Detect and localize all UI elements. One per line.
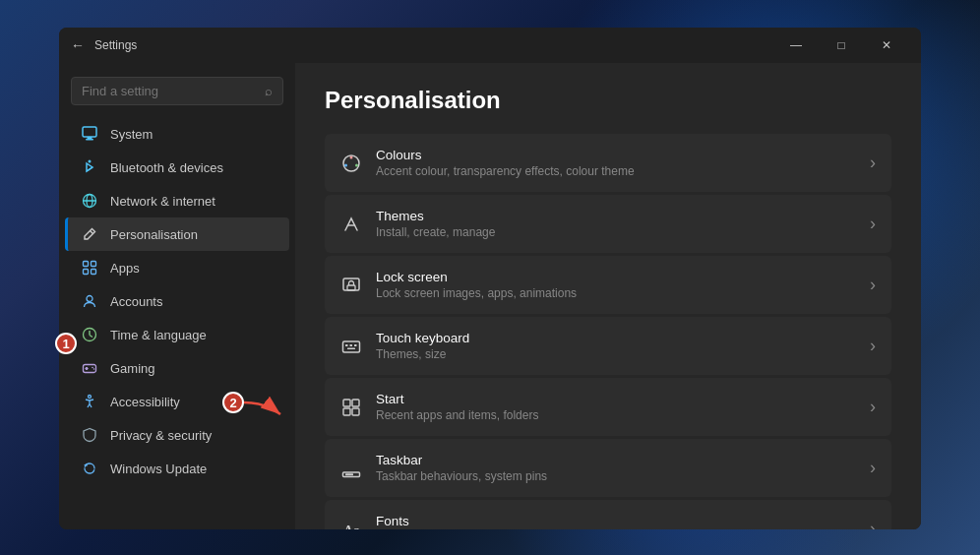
sidebar-item-label-time: Time & language <box>110 328 207 342</box>
svg-rect-31 <box>343 341 360 352</box>
annotation-badge-2: 2 <box>222 392 244 413</box>
windows-update-nav-icon <box>81 460 98 477</box>
bluetooth-nav-icon <box>81 158 98 176</box>
window-controls: — □ ✕ <box>773 28 909 63</box>
sidebar-item-label-network: Network & internet <box>110 194 215 209</box>
sidebar-item-label-bluetooth: Bluetooth & devices <box>110 160 223 175</box>
touch-keyboard-text: Touch keyboardThemes, size <box>376 331 856 361</box>
sidebar-item-accounts[interactable]: Accounts <box>65 284 289 318</box>
settings-item-start[interactable]: StartRecent apps and items, folders› <box>325 378 891 436</box>
fonts-chevron-icon: › <box>870 519 876 529</box>
svg-point-13 <box>87 296 92 302</box>
colours-chevron-icon: › <box>870 153 876 173</box>
svg-rect-36 <box>343 400 350 406</box>
svg-rect-32 <box>345 344 348 346</box>
personalisation-nav-icon <box>81 225 98 243</box>
settings-item-colours[interactable]: ColoursAccent colour, transparency effec… <box>325 134 891 192</box>
svg-line-16 <box>90 336 92 338</box>
svg-rect-29 <box>343 278 359 290</box>
start-title: Start <box>376 392 856 406</box>
sidebar-item-bluetooth[interactable]: Bluetooth & devices <box>65 151 289 184</box>
sidebar-item-gaming[interactable]: Gaming <box>65 351 289 385</box>
taskbar-text: TaskbarTaskbar behaviours, system pins <box>376 453 856 483</box>
sidebar-item-accessibility[interactable]: Accessibility <box>65 385 289 418</box>
svg-rect-12 <box>92 270 96 275</box>
nav-container: SystemBluetooth & devicesNetwork & inter… <box>59 117 295 485</box>
window-title: Settings <box>94 38 773 52</box>
lock-screen-title: Lock screen <box>376 270 856 284</box>
touch-keyboard-subtitle: Themes, size <box>376 347 856 361</box>
svg-rect-34 <box>354 344 357 346</box>
svg-rect-3 <box>88 137 92 139</box>
start-subtitle: Recent apps and items, folders <box>376 408 856 422</box>
settings-item-taskbar[interactable]: TaskbarTaskbar behaviours, system pins› <box>325 439 891 497</box>
svg-point-23 <box>89 396 92 399</box>
back-button[interactable]: ← <box>71 37 85 53</box>
network-nav-icon <box>81 192 98 210</box>
titlebar: ← Settings — □ ✕ <box>59 28 921 63</box>
settings-item-themes[interactable]: ThemesInstall, create, manage› <box>325 195 891 253</box>
svg-rect-41 <box>345 473 353 475</box>
sidebar-item-label-system: System <box>110 127 153 142</box>
annotation-badge-1: 1 <box>55 333 77 354</box>
sidebar-item-apps[interactable]: Apps <box>65 251 289 284</box>
sidebar-item-label-accessibility: Accessibility <box>110 395 180 409</box>
taskbar-title: Taskbar <box>376 453 856 467</box>
sidebar-item-network[interactable]: Network & internet <box>65 184 289 217</box>
sidebar-item-windows-update[interactable]: Windows Update <box>65 452 289 485</box>
svg-point-22 <box>93 368 95 370</box>
sidebar-item-time[interactable]: Time & language <box>65 318 289 351</box>
sidebar: ⌕ SystemBluetooth & devicesNetwork & int… <box>59 63 295 529</box>
svg-rect-35 <box>347 347 355 349</box>
lock-screen-icon <box>340 275 362 296</box>
search-box[interactable]: ⌕ <box>71 77 283 105</box>
themes-subtitle: Install, create, manage <box>376 225 856 239</box>
svg-rect-10 <box>92 262 96 267</box>
sidebar-item-personalisation[interactable]: Personalisation <box>65 217 289 251</box>
svg-rect-11 <box>84 270 89 275</box>
colours-icon <box>340 153 362 174</box>
colours-subtitle: Accent colour, transparency effects, col… <box>376 164 856 178</box>
sidebar-item-label-privacy: Privacy & security <box>110 428 212 443</box>
themes-icon <box>340 214 362 235</box>
svg-line-8 <box>91 231 93 234</box>
system-nav-icon <box>81 125 98 143</box>
fonts-title: Fonts <box>376 514 856 528</box>
settings-item-fonts[interactable]: AaFontsInstall, manage› <box>325 500 891 529</box>
lock-screen-chevron-icon: › <box>870 275 876 295</box>
maximize-button[interactable]: □ <box>819 28 864 63</box>
settings-item-touch-keyboard[interactable]: Touch keyboardThemes, size› <box>325 317 891 375</box>
settings-window: ← Settings — □ ✕ ⌕ SystemBluetooth & dev… <box>59 28 921 529</box>
sidebar-item-label-personalisation: Personalisation <box>110 227 198 242</box>
svg-point-28 <box>344 163 347 166</box>
sidebar-item-privacy[interactable]: Privacy & security <box>65 418 289 452</box>
accessibility-nav-icon <box>81 393 98 410</box>
svg-rect-9 <box>84 262 89 267</box>
taskbar-subtitle: Taskbar behaviours, system pins <box>376 469 856 483</box>
close-button[interactable]: ✕ <box>864 28 909 63</box>
minimize-button[interactable]: — <box>773 28 819 63</box>
touch-keyboard-icon <box>340 336 362 357</box>
touch-keyboard-chevron-icon: › <box>870 336 876 356</box>
svg-text:Aa: Aa <box>343 524 360 530</box>
sidebar-item-system[interactable]: System <box>65 117 289 151</box>
taskbar-icon <box>340 458 362 479</box>
svg-rect-2 <box>86 139 93 141</box>
svg-point-27 <box>355 163 358 166</box>
sidebar-item-label-apps: Apps <box>110 261 140 276</box>
sidebar-item-label-windows-update: Windows Update <box>110 462 207 476</box>
page-title: Personalisation <box>325 87 891 114</box>
touch-keyboard-title: Touch keyboard <box>376 331 856 345</box>
search-input[interactable] <box>82 84 265 98</box>
svg-rect-39 <box>352 408 359 415</box>
colours-title: Colours <box>376 148 856 162</box>
time-nav-icon <box>81 326 98 343</box>
svg-point-4 <box>89 160 92 163</box>
themes-text: ThemesInstall, create, manage <box>376 209 856 239</box>
fonts-text: FontsInstall, manage <box>376 514 856 529</box>
settings-item-lock-screen[interactable]: Lock screenLock screen images, apps, ani… <box>325 256 891 314</box>
lock-screen-text: Lock screenLock screen images, apps, ani… <box>376 270 856 300</box>
start-icon <box>340 397 362 418</box>
sidebar-item-label-gaming: Gaming <box>110 361 155 376</box>
colours-text: ColoursAccent colour, transparency effec… <box>376 148 856 178</box>
